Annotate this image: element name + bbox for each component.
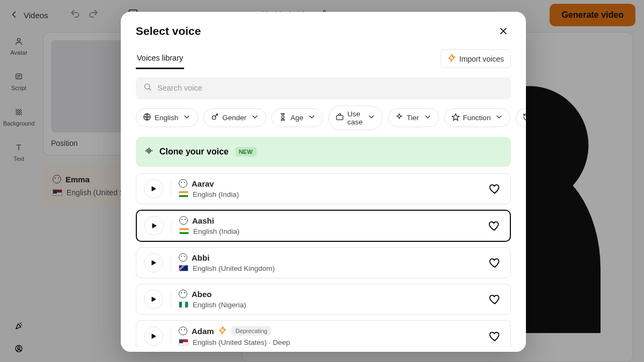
- voice-language: English (Nigeria): [193, 301, 246, 309]
- chevron-down-icon: [251, 113, 259, 123]
- modal-title: Select voice: [136, 25, 201, 38]
- chevron-down-icon: [423, 113, 432, 123]
- voice-name: Adam: [192, 327, 214, 336]
- voice-language: English (India): [193, 190, 239, 198]
- voice-info: AbeoEnglish (Nigeria): [179, 290, 479, 309]
- voice-name: Abeo: [192, 290, 212, 299]
- voice-info: AbbiEnglish (United Kingdom): [179, 253, 479, 272]
- filter-gender[interactable]: Gender: [203, 108, 266, 127]
- voice-face-icon: [179, 216, 188, 225]
- voice-language: English (United Kingdom): [193, 264, 275, 272]
- gender-icon: [210, 113, 219, 123]
- filter-function-label: Function: [463, 114, 491, 122]
- flag-icon: [179, 228, 189, 234]
- filter-language-label: English: [155, 114, 178, 122]
- filter-age-label: Age: [290, 114, 303, 122]
- globe-icon: [143, 113, 151, 123]
- filter-gender-label: Gender: [222, 114, 246, 122]
- filter-function[interactable]: Function: [444, 108, 511, 127]
- bolt-icon: [448, 54, 456, 64]
- filter-use-case[interactable]: Use case: [328, 106, 383, 130]
- deprecating-badge: Deprecating: [231, 326, 272, 336]
- voice-name: Aarav: [192, 179, 214, 188]
- play-voice-button[interactable]: [144, 290, 163, 309]
- tab-voices-library[interactable]: Voices library: [136, 48, 184, 69]
- chevron-down-icon: [182, 113, 191, 123]
- voice-info: AaravEnglish (India): [179, 179, 479, 198]
- filter-reset[interactable]: Reset: [516, 108, 526, 127]
- bolt-icon: [218, 326, 227, 336]
- favorite-button[interactable]: [487, 328, 503, 344]
- voice-language: English (India): [193, 227, 239, 235]
- search-wrap: [136, 77, 511, 99]
- voice-face-icon: [179, 327, 187, 335]
- voice-list: AaravEnglish (India)AashiEnglish (India)…: [136, 173, 511, 348]
- favorite-button[interactable]: [487, 181, 503, 197]
- svg-marker-21: [152, 297, 156, 301]
- svg-rect-11: [336, 116, 343, 120]
- separator: [171, 255, 171, 270]
- favorite-button[interactable]: [487, 291, 503, 307]
- search-input[interactable]: [156, 83, 503, 93]
- chevron-down-icon: [367, 113, 376, 123]
- star-icon: [451, 113, 460, 123]
- new-badge: NEW: [235, 147, 257, 157]
- chevron-down-icon: [308, 113, 316, 123]
- filter-tier-label: Tier: [407, 114, 419, 122]
- svg-marker-19: [152, 224, 156, 228]
- voice-row[interactable]: AashiEnglish (India): [136, 210, 511, 242]
- flag-icon: [179, 191, 188, 197]
- voice-name: Aashi: [192, 216, 214, 225]
- svg-marker-20: [152, 261, 156, 265]
- voice-face-icon: [179, 253, 187, 262]
- voice-row[interactable]: AbbiEnglish (United Kingdom): [136, 247, 511, 278]
- svg-marker-22: [152, 334, 156, 338]
- voice-info: AashiEnglish (India): [179, 216, 479, 235]
- play-voice-button[interactable]: [144, 179, 163, 198]
- import-voices-button[interactable]: Import voices: [441, 49, 511, 68]
- clone-banner-text: Clone your voice: [159, 147, 229, 157]
- separator: [171, 181, 171, 196]
- play-voice-button[interactable]: [144, 216, 164, 235]
- separator: [171, 329, 171, 344]
- voice-info: AdamDeprecatingEnglish (United States) ·…: [179, 326, 479, 346]
- voice-language: English (United States) · Deep: [193, 338, 290, 346]
- play-voice-button[interactable]: [144, 327, 163, 346]
- play-voice-button[interactable]: [144, 253, 163, 272]
- voice-face-icon: [179, 179, 187, 188]
- chevron-down-icon: [495, 113, 503, 123]
- separator: [171, 218, 172, 233]
- voice-row[interactable]: AdamDeprecatingEnglish (United States) ·…: [136, 320, 511, 348]
- voice-row[interactable]: AaravEnglish (India): [136, 173, 511, 204]
- filter-age[interactable]: Age: [272, 108, 323, 127]
- svg-line-8: [149, 88, 151, 90]
- reset-icon: [523, 113, 526, 123]
- sparkle-icon: [395, 113, 404, 123]
- favorite-button[interactable]: [487, 255, 503, 271]
- flag-icon: [179, 265, 188, 271]
- voice-name: Abbi: [192, 253, 209, 262]
- filter-language[interactable]: English: [136, 108, 198, 127]
- waveform-icon: [144, 146, 153, 157]
- hourglass-icon: [279, 113, 287, 123]
- svg-marker-12: [452, 114, 459, 121]
- briefcase-icon: [335, 113, 344, 123]
- filter-use-case-label: Use case: [347, 110, 363, 126]
- import-voices-label: Import voices: [459, 55, 504, 63]
- clone-voice-banner[interactable]: Clone your voice NEW: [136, 137, 511, 167]
- voice-face-icon: [179, 290, 187, 298]
- flag-icon: [179, 339, 188, 345]
- favorite-button[interactable]: [486, 218, 502, 234]
- voice-row[interactable]: AbeoEnglish (Nigeria): [136, 284, 511, 315]
- flag-icon: [179, 301, 188, 308]
- filter-tier[interactable]: Tier: [388, 108, 439, 127]
- close-modal-button[interactable]: [496, 24, 511, 39]
- separator: [171, 292, 171, 307]
- filters-row: English Gender Age Use case Tier: [136, 106, 511, 130]
- select-voice-modal: Select voice Voices library Import voice…: [121, 12, 526, 352]
- search-icon: [143, 83, 152, 93]
- svg-marker-18: [152, 187, 156, 191]
